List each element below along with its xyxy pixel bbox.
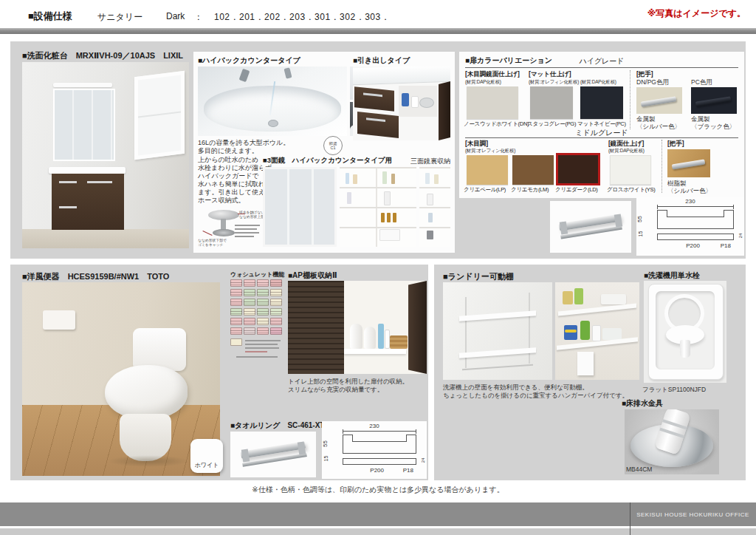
washlet-function-icon — [230, 308, 242, 316]
dim-width-arrow — [657, 206, 734, 207]
swatch-stucco-gray — [530, 86, 573, 119]
washlet-function-icon — [270, 289, 282, 296]
highback-desc-6: ホース収納式。 — [198, 196, 244, 205]
plan-name: Dark — [166, 11, 185, 21]
dim-pitch-label: P200 — [686, 242, 700, 249]
dim-end-label: P18 — [721, 242, 731, 249]
laundry-caption-2: ちょっとしたものを掛けるのに重宝するハンガーパイプ付です。 — [443, 392, 628, 401]
faucet-model: フラットSP1100NJFD — [642, 386, 706, 395]
dim-bar-shape — [657, 234, 734, 240]
dim-thickness-label: 15 — [323, 456, 329, 462]
washlet-function-icon — [244, 299, 255, 306]
hg-divider — [630, 70, 630, 129]
washlet-function-icon — [230, 327, 242, 335]
mirror-light-bar — [53, 83, 112, 87]
selected-color-highlight — [556, 153, 600, 185]
dim-width-label: 230 — [636, 198, 744, 205]
swatch-name-ld: クリエダーク(LD) — [555, 186, 597, 194]
hg-material-3: (材質:DAP化粧板) — [580, 79, 616, 86]
handle-photo-resin-silver — [667, 149, 710, 177]
mg-material-2: (材質:DAP化粧板) — [608, 148, 645, 154]
dim-depth-label: 24 — [739, 234, 743, 239]
washlet-function-icon — [244, 308, 255, 316]
drain-note-4: ゴミをキャッチ — [198, 242, 223, 247]
hg-category-2: [マット仕上げ] — [529, 70, 571, 79]
towel-ring-title: ■タオルリング SC-461-XT — [230, 420, 324, 431]
swatch-name-lp: クリエペール(LP) — [464, 186, 506, 194]
mg-handle-category: [把手] — [667, 140, 684, 149]
swatch-name-pg: スタッコグレー(PG) — [527, 120, 576, 128]
swatch-name-lm: クリエモカ(LM) — [511, 186, 549, 194]
dim-height-label: 55 — [322, 440, 329, 447]
spec-sheet-page: ■設備仕様 サニタリー Dark ： 102．201．202．203．301．3… — [0, 0, 756, 535]
page-title: ■設備仕様 — [28, 10, 72, 23]
washlet-function-icon — [270, 318, 282, 325]
floor-drain-model: MB44CM — [626, 466, 652, 473]
swatch-north-wood-white — [467, 86, 518, 119]
washlet-function-icon — [270, 327, 282, 335]
mg-divider — [662, 140, 662, 193]
washlet-function-icon — [257, 289, 269, 296]
mirror-open-photo — [340, 167, 416, 247]
ap-shelf-title: ■AP棚板収納Ⅱ — [288, 270, 337, 281]
washlet-function-icon — [244, 289, 255, 296]
photo-disclaimer-note: ※写真はイメージです。 — [613, 7, 746, 20]
highback-title: ■ハイバックカウンタータイプ — [198, 55, 300, 66]
laundry-title: ■ランドリー可動棚 — [443, 271, 514, 282]
washlet-function-icon — [257, 299, 269, 306]
mg-material-1: (材質:オレフィン化粧板) — [465, 148, 515, 154]
toilet-remote-control — [43, 310, 75, 330]
bottom-bar-divider — [630, 502, 630, 535]
header-divider-bar — [0, 28, 756, 34]
drawer-type-photo — [353, 67, 450, 140]
faucet-photo — [644, 281, 726, 383]
washlet-function-icon — [257, 318, 269, 325]
floor-drain-title: ■床排水金具 — [622, 398, 663, 409]
hg-category-1: [木目調鏡面仕上げ] — [465, 70, 520, 79]
washlet-function-icon — [270, 299, 282, 306]
washlet-function-grid — [230, 279, 282, 335]
floor-drain-photo — [625, 409, 719, 474]
drain-note-2: ななめ形状上部 — [239, 214, 264, 219]
handle-large-photo — [550, 201, 631, 253]
hg-handle-use-1: DN/PG色用 — [636, 78, 669, 87]
swatch-crea-mocha — [512, 155, 554, 185]
handle-dimension-diagram: 230 55 15 P200 P18 24 — [636, 197, 744, 256]
towel-ring-dimension-diagram: 230 55 15 P200 P18 24 — [322, 421, 427, 479]
vanity-floor — [22, 229, 189, 248]
swatch-matte-navy — [580, 86, 623, 119]
washlet-function-icon — [257, 327, 269, 335]
laundry-shelf-photo — [555, 282, 639, 380]
mirror-back-storage-label: 三面鏡裏収納 — [369, 157, 450, 166]
washlet-function-icon — [244, 327, 255, 335]
dim-width-label: 230 — [322, 423, 427, 429]
washlet-function-icon — [230, 289, 242, 296]
swatch-name-ys: グロスホワイト(YS) — [607, 186, 655, 194]
washlet-function-icon — [230, 318, 242, 325]
plan-colon: ： — [194, 11, 203, 24]
dim-pitch-label: P200 — [370, 467, 384, 474]
toilet-color-swatch: ホワイト — [190, 439, 223, 473]
mirror-closed-photo — [263, 167, 337, 247]
washlet-function-icon — [230, 299, 242, 306]
dim-depth-label: 24 — [422, 458, 426, 463]
swatch-name-pc: マットネイビー(PC) — [577, 120, 626, 128]
drain-stool-illustration: 排水を妨げない ななめ形状上部 ななめ形状下部で ゴミをキャッチ — [198, 208, 260, 250]
print-disclaimer: ※仕様・色柄・色調等は、印刷のため実物とは多少異なる場合があります。 — [0, 485, 756, 495]
mirror-back-storage-photo — [419, 167, 450, 247]
towel-ring-photo — [230, 432, 316, 477]
dim-profile-shape — [657, 210, 734, 229]
washlet-functions-title: ウォシュレット機能 — [230, 270, 284, 279]
window — [134, 71, 185, 160]
swatch-gloss-white — [610, 155, 651, 185]
high-grade-label: ハイグレード — [459, 56, 744, 67]
faucet-title: ■洗濯機用単水栓 — [644, 270, 700, 281]
room-numbers: 102．201．202．203．301．302．303． — [214, 11, 390, 24]
page-category: サニタリー — [97, 11, 142, 24]
swatch-crea-dark — [558, 155, 598, 183]
dim-profile-shape — [343, 435, 416, 454]
dim-width-arrow — [343, 431, 416, 432]
water-saving-badge: 節湯 C1 — [323, 136, 343, 155]
hg-handle-use-2: PC色用 — [691, 78, 712, 87]
drawer-type-title: ■引き出しタイプ — [353, 55, 410, 66]
